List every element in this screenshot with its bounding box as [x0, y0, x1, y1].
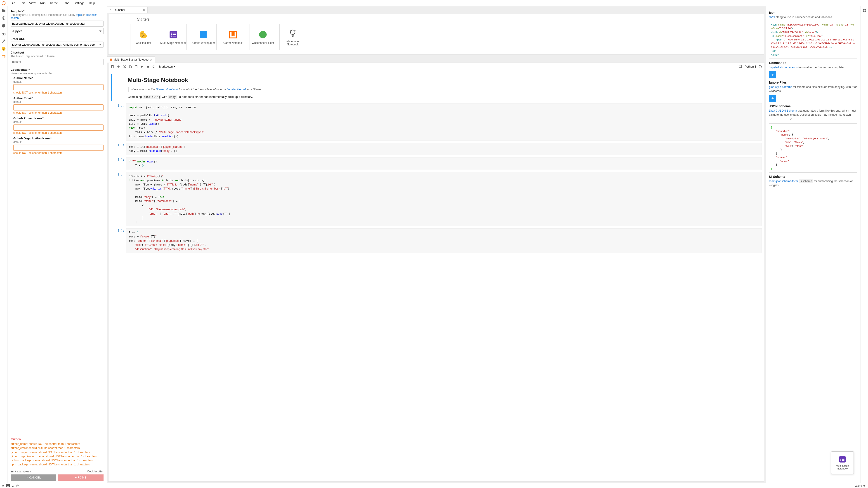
commands-icon[interactable]: [1, 24, 6, 28]
add-command-button[interactable]: +: [769, 71, 776, 78]
card-whitepaper-notebook[interactable]: Whitepaper Notebook: [279, 24, 306, 51]
svg-point-46: [863, 11, 864, 12]
icon-svg-code[interactable]: <svg xmlns="http://www.w3.org/2000/svg" …: [769, 21, 857, 59]
svg-point-38: [840, 457, 841, 458]
ui-schema-heading: UI Schema: [769, 175, 857, 178]
github-org-input[interactable]: [13, 144, 103, 151]
github-org-error: should NOT be shorter than 1 characters: [13, 151, 103, 155]
cancel-button[interactable]: ✕ CANCEL: [11, 475, 56, 481]
url-select[interactable]: jupyter-widgets/widget-ts-cookiecutter: …: [11, 41, 103, 48]
menu-tabs[interactable]: Tabs: [61, 0, 71, 6]
celltype-select[interactable]: Markdown ▼: [158, 64, 177, 69]
rjsf-link[interactable]: react-jsonschema-form: [769, 180, 798, 183]
code-cell[interactable]: [ ]: meta = it["metadata"]["jupyter_star…: [111, 143, 762, 155]
folder-icon: [11, 470, 14, 473]
menu-settings[interactable]: Settings: [71, 0, 87, 6]
jl-commands-link[interactable]: JupyterLab commands: [769, 66, 798, 69]
svg-rect-25: [112, 65, 113, 66]
jupyter-kernel-link[interactable]: Jupyter Kernel: [227, 88, 246, 91]
template-input[interactable]: [11, 21, 103, 27]
cut-icon[interactable]: [123, 65, 126, 68]
author-email-input[interactable]: [13, 104, 103, 110]
cookiecutter-label: Cookiecutter*: [11, 68, 103, 71]
starter-notebook-link[interactable]: Starter Notebook: [156, 88, 178, 91]
menu-view[interactable]: View: [27, 0, 38, 6]
card-multistage[interactable]: Multi-Stage Notebook: [160, 24, 187, 51]
github-project-input[interactable]: [13, 125, 103, 131]
menu-file[interactable]: File: [8, 0, 18, 6]
wrench-icon[interactable]: [1, 39, 6, 43]
error-item: python_package_name: should NOT be short…: [11, 458, 103, 462]
markdown-cell[interactable]: Multi-Stage Notebook Have a look at the …: [111, 74, 762, 101]
status-0[interactable]: 0: [2, 484, 4, 487]
breadcrumb-path[interactable]: / examples /: [15, 470, 31, 473]
extensions-icon[interactable]: [1, 31, 6, 36]
author-name-label: Author Name*: [13, 76, 103, 80]
restart-icon[interactable]: [152, 65, 156, 68]
add-ignore-button[interactable]: +: [769, 95, 776, 102]
starter-icon[interactable]: [739, 65, 743, 68]
close-icon[interactable]: ✕: [150, 58, 152, 61]
svg-point-23: [290, 30, 295, 34]
code-cell[interactable]: [ ]: previous = f"move_{T}" if live and …: [111, 172, 762, 226]
launcher-icon: [110, 8, 112, 11]
add-cell-icon[interactable]: [117, 65, 120, 68]
status-bar: 0 1 2 Launcher: [0, 483, 868, 488]
json-schema-code[interactable]: { "properties": { "name": { "description…: [769, 123, 857, 173]
starter-meta-icon[interactable]: [862, 8, 867, 13]
card-whitepaper-folder[interactable]: Whitepaper Folder: [250, 24, 276, 51]
nb-quote: Have a look at the Starter Notebook for …: [128, 87, 757, 92]
running-icon[interactable]: [1, 16, 6, 20]
run-icon[interactable]: [140, 65, 144, 68]
glob-link[interactable]: glob-style patterns: [769, 86, 792, 89]
copy-icon[interactable]: [128, 65, 132, 68]
svg-point-11: [143, 35, 145, 36]
svg-point-10: [142, 33, 143, 34]
folder-icon[interactable]: [1, 8, 6, 13]
menu-help[interactable]: Help: [87, 0, 97, 6]
code-cell[interactable]: [ ]: T += 1 move = f"move_{T}" meta["sta…: [111, 228, 762, 253]
launcher-tab[interactable]: Launcher ✕: [107, 7, 148, 13]
cookiecutter-icon[interactable]: [1, 46, 6, 51]
breadcrumb-starter: Cookiecutter: [87, 470, 103, 473]
status-trust-icon[interactable]: [16, 484, 19, 487]
svg-point-36: [759, 65, 762, 68]
svg-point-49: [17, 485, 18, 486]
notebook-tab[interactable]: Multi-Stage Starter Noteboo ✕: [107, 57, 155, 63]
topic-link[interactable]: topic: [76, 13, 82, 17]
author-name-input[interactable]: [13, 84, 103, 90]
notebook-body[interactable]: Multi-Stage Notebook Have a look at the …: [108, 70, 764, 482]
fixme-button[interactable]: ■ FIXME: [58, 475, 104, 481]
svg-point-45: [865, 9, 866, 10]
paste-icon[interactable]: [134, 65, 138, 68]
checkout-help: The branch, tag, or commit ID to use: [11, 55, 103, 58]
starter-meta-panel: Icon SVG string to use in Launcher cards…: [766, 6, 861, 483]
notebook-icon: [110, 58, 112, 61]
template-select[interactable]: Jupyter: [11, 28, 103, 34]
undo-icon[interactable]: ↶: [790, 118, 792, 121]
github-org-label: Github Organization Name*: [13, 137, 103, 140]
status-1[interactable]: 1: [6, 484, 10, 487]
redo-icon[interactable]: ✓: [834, 118, 837, 121]
close-icon[interactable]: ✕: [143, 8, 145, 12]
kernel-name[interactable]: Python 3: [745, 65, 756, 68]
svg-link[interactable]: SVG: [769, 15, 775, 19]
card-named-whitepaper[interactable]: Named Whitepaper: [190, 24, 217, 51]
card-starter-notebook[interactable]: Starter Notebook: [220, 24, 246, 51]
code-cell[interactable]: [ ]: if "T" not in locals(): T = 0: [111, 158, 762, 170]
menu-run[interactable]: Run: [38, 0, 48, 6]
status-launcher[interactable]: Launcher: [855, 484, 866, 487]
drag-preview-card[interactable]: Multi-Stage Notebook: [831, 451, 854, 474]
checkout-input[interactable]: [11, 59, 103, 65]
card-cookiecutter[interactable]: Cookiecutter: [130, 24, 157, 51]
menu-kernel[interactable]: Kernel: [48, 0, 61, 6]
draft7-link[interactable]: Draft 7 JSON Schema: [769, 109, 797, 112]
save-icon[interactable]: [111, 65, 114, 68]
menu-edit[interactable]: Edit: [18, 0, 27, 6]
right-sidebar: [861, 6, 868, 483]
error-item: github_project_name: should NOT be short…: [11, 450, 103, 454]
code-cell[interactable]: [ ]: import os, json, pathlib, sys, re, …: [111, 103, 762, 141]
status-2[interactable]: 2: [12, 484, 13, 487]
tabs-icon[interactable]: [1, 54, 6, 59]
stop-icon[interactable]: [146, 65, 150, 68]
